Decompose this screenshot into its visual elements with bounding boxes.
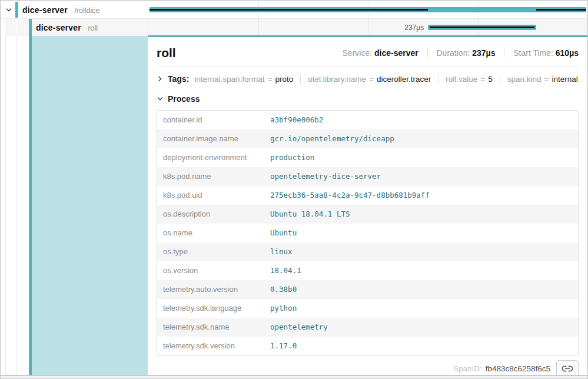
process-value-cell: opentelemetry <box>264 318 578 337</box>
process-key-cell: k8s.pod.name <box>157 167 264 186</box>
process-row: k8s.pod.uid275ecb36-5aa8-4c2a-9c47-d8bb6… <box>157 186 578 205</box>
collapse-chevron-icon[interactable] <box>5 6 13 14</box>
tag-item: otel.library.name=diceroller.tracer <box>308 75 431 84</box>
span-service-name: dice-server <box>36 23 81 32</box>
meta-separator <box>427 49 428 57</box>
tag-value: diceroller.tracer <box>377 75 431 84</box>
process-key-cell: telemetry.auto.version <box>157 280 264 299</box>
span-detail-rail <box>1 36 148 375</box>
process-value-cell: Ubuntu 18.04.1 LTS <box>264 205 578 224</box>
process-value-cell: 1.17.0 <box>264 337 578 355</box>
span-meta: Service: dice-server Duration: 237µs Sta… <box>343 48 579 58</box>
span-name-cell-root[interactable]: dice-server /rolldice <box>1 1 148 18</box>
tag-separator <box>300 75 301 84</box>
timeline-gridline <box>258 19 259 36</box>
duration-value: 237µs <box>472 48 495 58</box>
span-detail-header: roll Service: dice-server Duration: 237µ… <box>157 45 579 61</box>
tag-value: internal <box>552 75 577 84</box>
tag-key: span.kind <box>507 75 542 84</box>
tags-summary: internal.span.format=protootel.library.n… <box>194 75 577 84</box>
deep-link-button[interactable] <box>556 360 579 377</box>
tags-label: Tags: <box>168 74 189 84</box>
process-row: telemetry.sdk.nameopentelemetry <box>157 318 578 337</box>
span-service-name: dice-server <box>22 5 68 15</box>
tag-equals: = <box>369 75 374 84</box>
process-row: container.image.namegcr.io/opentelemetry… <box>157 129 578 148</box>
span-title: roll <box>157 45 176 61</box>
tag-item: span.kind=internal <box>507 75 578 84</box>
tag-value: proto <box>275 75 294 84</box>
indent-guide <box>16 19 16 36</box>
indent-guide <box>16 36 16 375</box>
tag-key: roll.value <box>446 75 477 84</box>
jaeger-trace-detail-window: dice-server /rolldice dice-server roll 2… <box>0 0 588 379</box>
duration-label: Duration: <box>437 48 470 58</box>
process-value-cell: linux <box>264 242 578 261</box>
process-key-cell: k8s.pod.uid <box>157 186 264 205</box>
trace-span-row-child[interactable]: dice-server roll 237µs <box>1 19 587 36</box>
span-color-swatch <box>15 2 18 18</box>
tag-key: internal.span.format <box>194 75 264 84</box>
process-row: os.nameUbuntu <box>157 224 578 242</box>
critical-path-segment <box>536 9 586 11</box>
detail-row-bottom-border <box>1 375 587 378</box>
header-divider <box>157 66 579 67</box>
tag-equals: = <box>268 75 273 84</box>
tag-separator <box>438 75 438 84</box>
chevron-down-icon <box>157 95 164 102</box>
start-time-label: Start Time: <box>513 48 553 58</box>
tag-key: otel.library.name <box>308 75 366 84</box>
process-key-cell: telemetry.sdk.language <box>157 299 264 318</box>
process-key-cell: os.description <box>157 205 264 224</box>
link-icon <box>562 365 573 373</box>
process-row: os.typelinux <box>157 242 578 261</box>
span-name-cell-child[interactable]: dice-server roll <box>1 19 148 36</box>
tags-accordion-toggle[interactable]: Tags: internal.span.format=protootel.lib… <box>157 72 579 85</box>
process-value-cell: a3bf90e006b2 <box>264 111 578 129</box>
process-value-cell: opentelemetry-dice-server <box>264 167 578 186</box>
process-key-cell: telemetry.sdk.name <box>157 318 264 337</box>
process-value-cell: 0.38b0 <box>264 280 578 299</box>
process-key-cell: os.type <box>157 242 264 261</box>
process-value-cell: production <box>264 148 578 167</box>
service-label: Service: <box>343 48 373 58</box>
process-row: container.ida3bf90e006b2 <box>157 111 578 129</box>
process-value-cell: 18.04.1 <box>264 261 578 280</box>
meta-separator <box>504 49 504 57</box>
process-row: os.version18.04.1 <box>157 261 578 280</box>
span-operation-name: /rolldice <box>74 6 99 15</box>
process-value-cell: python <box>264 299 578 318</box>
tag-equals: = <box>544 75 549 84</box>
timeline-cell-root[interactable] <box>148 1 587 18</box>
chevron-right-icon <box>157 75 164 82</box>
process-key-cell: deployment.environment <box>157 148 264 167</box>
tag-separator <box>500 75 500 84</box>
critical-path-segment <box>150 9 428 11</box>
process-key-cell: telemetry.sdk.version <box>157 337 264 355</box>
spanid-value: fb483c8c6258f6c5 <box>486 364 550 373</box>
trace-span-row-root[interactable]: dice-server /rolldice <box>1 1 587 19</box>
process-row: os.descriptionUbuntu 18.04.1 LTS <box>157 205 578 224</box>
service-value: dice-server <box>374 48 418 58</box>
spanid-label: SpanID: <box>453 364 482 373</box>
span-color-swatch <box>29 19 32 36</box>
timeline-gridline <box>368 19 368 36</box>
process-key-cell: os.name <box>157 224 264 242</box>
span-operation-name: roll <box>88 24 98 32</box>
process-key-cell: container.image.name <box>157 129 264 148</box>
process-key-cell: container.id <box>157 111 264 129</box>
process-row: telemetry.sdk.languagepython <box>157 299 578 318</box>
tag-equals: = <box>480 75 485 84</box>
process-row: telemetry.auto.version0.38b0 <box>157 280 578 299</box>
indent-guide <box>5 36 6 375</box>
process-table: container.ida3bf90e006b2container.image.… <box>157 110 579 356</box>
process-key-cell: os.version <box>157 261 264 280</box>
timeline-cell-child[interactable]: 237µs <box>148 19 587 36</box>
spanid-footer: SpanID: fb483c8c6258f6c5 <box>157 360 579 377</box>
duration-label: 237µs <box>404 24 428 32</box>
span-detail-panel: roll Service: dice-server Duration: 237µ… <box>148 35 587 375</box>
critical-path-segment <box>430 26 534 28</box>
process-accordion-toggle[interactable]: Process <box>157 92 579 105</box>
span-color-fill <box>32 36 148 375</box>
tag-value: 5 <box>488 75 493 84</box>
